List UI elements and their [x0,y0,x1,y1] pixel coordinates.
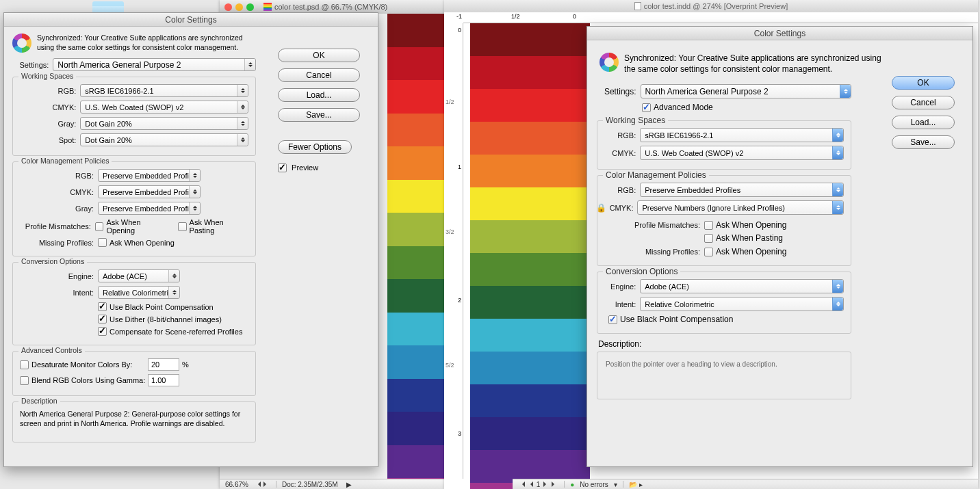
settings-label: Settings: [12,61,49,69]
preview-label: Preview [292,163,318,172]
engine-select[interactable]: Adobe (ACE) [640,279,844,293]
working-spaces-group: Working Spaces RGB: sRGB IEC61966-2.1 CM… [597,120,851,170]
sync-icon [599,53,619,72]
indesign-status-bar: 1 ● No errors ▾ 📂 ▸ [513,479,978,489]
cancel-button[interactable]: Cancel [892,96,955,109]
dialog-title: Color Settings [587,27,972,40]
window-controls[interactable] [224,3,254,11]
indesign-canvas [470,23,590,479]
bpc-checkbox[interactable] [608,315,617,324]
indesign-titlebar: color test.indd @ 274% [Overprint Previe… [444,0,978,12]
settings-label: Settings: [597,87,636,96]
fewer-options-button[interactable]: Fewer Options [278,140,352,154]
scene-checkbox[interactable] [98,327,107,336]
advanced-mode-checkbox[interactable] [642,103,651,112]
ok-button[interactable]: OK [892,76,955,90]
load-button[interactable]: Load... [892,116,955,129]
desaturate-checkbox[interactable] [20,360,29,369]
doc-size: Doc: 2.35M/2.35M [282,481,338,488]
indesign-title: color test.indd @ 274% [Overprint Previe… [644,2,788,10]
policy-rgb-select[interactable]: Preserve Embedded Profiles [640,183,844,197]
dialog-title: Color Settings [4,13,378,27]
file-icon [263,3,272,11]
cmyk-select[interactable]: U.S. Web Coated (SWOP) v2 [640,146,844,160]
sync-message: Synchronized: Your Creative Suite applic… [624,53,890,75]
page-nav[interactable]: 1 [518,481,558,488]
description-box: Position the pointer over a heading to v… [597,352,851,399]
policy-rgb-select[interactable]: Preserve Embedded Profiles [98,169,201,182]
blend-gamma-checkbox[interactable] [20,376,29,385]
error-status[interactable]: No errors [580,481,608,488]
sync-icon [12,34,31,53]
open-icon[interactable]: 📂 ▸ [629,481,643,488]
blend-gamma-input[interactable] [148,374,179,386]
missing-ask-open-checkbox[interactable] [704,248,713,256]
dither-checkbox[interactable] [98,315,107,323]
ask-paste-checkbox[interactable] [704,234,713,243]
sync-message: Synchronized: Your Creative Suite applic… [37,34,256,52]
rgb-select[interactable]: sRGB IEC61966-2.1 [640,128,844,142]
color-management-policies-group: Color Management Policies RGB: Preserve … [597,175,851,266]
bpc-checkbox[interactable] [98,302,107,311]
zoom-level[interactable]: 66.67% [225,481,248,488]
policy-cmyk-select[interactable]: Preserve Numbers (Ignore Linked Profiles… [637,200,844,215]
ruler-horizontal: -1 1/2 0 [463,12,978,23]
color-management-policies-group: Color Management Policies RGB: Preserve … [12,161,256,256]
file-icon [634,2,641,10]
cancel-button[interactable]: Cancel [278,68,360,82]
desaturate-input[interactable] [148,358,179,371]
rgb-select[interactable]: sRGB IEC61966-2.1 [80,84,248,97]
save-button[interactable]: Save... [892,135,955,149]
ask-open-checkbox[interactable] [704,221,713,230]
color-settings-dialog-indesign: Color Settings Synchronized: Your Creati… [586,26,973,467]
conversion-options-group: Conversion Options Engine: Adobe (ACE) I… [597,272,851,334]
preview-checkbox[interactable] [278,163,287,172]
description-text: North America General Purpose 2: General… [20,409,248,428]
description-group: Description North America General Purpos… [12,401,256,442]
photoshop-titlebar: color test.psd @ 66.7% (CMYK/8) [220,0,465,14]
spot-select[interactable]: Dot Gain 20% [80,133,248,146]
engine-select[interactable]: Adobe (ACE) [98,269,180,282]
settings-select[interactable]: North America General Purpose 2 [641,84,851,98]
description-label: Description: [598,339,851,349]
working-spaces-group: Working Spaces RGB: sRGB IEC61966-2.1 CM… [12,77,256,156]
policy-cmyk-select[interactable]: Preserve Embedded Profiles [98,185,201,198]
color-settings-dialog-photoshop: Color Settings Synchronized: Your Creati… [3,12,378,467]
settings-select[interactable]: North America General Purpose 2 [53,58,256,71]
policy-gray-select[interactable]: Preserve Embedded Profiles [98,202,201,215]
ok-button[interactable]: OK [278,49,360,62]
minimize-icon[interactable] [235,3,243,11]
ask-paste-checkbox[interactable] [178,222,187,231]
intent-select[interactable]: Relative Colorimetric [98,286,180,299]
conversion-options-group: Conversion Options Engine: Adobe (ACE) I… [12,262,256,345]
lock-icon: 🔒 [596,203,606,213]
load-button[interactable]: Load... [278,88,360,102]
cmyk-select[interactable]: U.S. Web Coated (SWOP) v2 [80,101,248,114]
save-button[interactable]: Save... [278,108,360,122]
advanced-controls-group: Advanced Controls Desaturate Monitor Col… [12,351,256,396]
gray-select[interactable]: Dot Gain 20% [80,117,248,130]
ruler-vertical: 0 1/2 1 3/2 2 5/2 3 [444,23,463,479]
intent-select[interactable]: Relative Colorimetric [640,297,844,311]
zoom-icon[interactable] [246,3,254,11]
ask-open-checkbox[interactable] [95,222,104,231]
missing-ask-open-checkbox[interactable] [98,238,107,247]
photoshop-title: color test.psd @ 66.7% (CMYK/8) [274,3,387,11]
photoshop-status-bar: 66.67% Doc: 2.35M/2.35M ▶ [220,479,465,489]
close-icon[interactable] [224,3,232,11]
